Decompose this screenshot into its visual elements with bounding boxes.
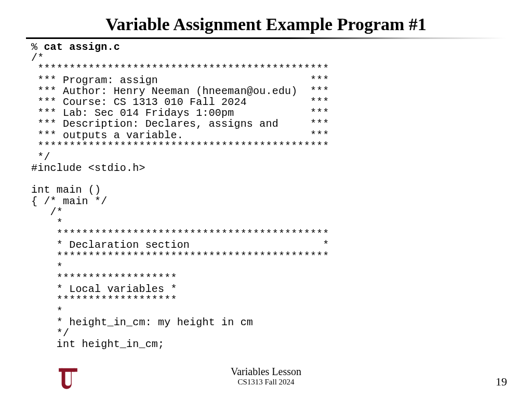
code-line: *: [31, 305, 63, 317]
code-line: /*: [31, 52, 44, 64]
prompt-char: %: [31, 41, 44, 53]
code-line: ****************************************…: [31, 140, 329, 152]
code-line: *** Program: assign ***: [31, 74, 329, 86]
course-label: CS1313 Fall 2024: [0, 378, 532, 387]
divider-gradient: [26, 37, 506, 39]
command-text: cat assign.c: [44, 41, 119, 53]
code-line: *** Description: Declares, assigns and *…: [31, 118, 329, 130]
footer-center: Variables Lesson CS1313 Fall 2024: [0, 366, 532, 387]
code-line: *** Author: Henry Neeman (hneeman@ou.edu…: [31, 85, 329, 97]
code-line: *: [31, 261, 63, 273]
slide: Variable Assignment Example Program #1 %…: [0, 0, 532, 399]
footer: Variables Lesson CS1313 Fall 2024 19: [0, 366, 532, 392]
code-line: ****************************************…: [31, 63, 329, 75]
code-line: *******************: [31, 272, 177, 284]
slide-title: Variable Assignment Example Program #1: [0, 0, 532, 37]
code-line: * Declaration section *: [31, 239, 329, 251]
code-line: */: [31, 151, 50, 163]
code-line: ****************************************…: [31, 250, 329, 262]
lesson-label: Variables Lesson: [0, 366, 532, 378]
code-line: *******************: [31, 294, 177, 306]
page-number: 19: [496, 375, 507, 389]
code-line: * height_in_cm: my height in cm: [31, 316, 253, 328]
code-line: * Local variables *: [31, 283, 177, 295]
code-line: *** Lab: Sec 014 Fridays 1:00pm ***: [31, 107, 329, 119]
code-line: int height_in_cm;: [31, 338, 164, 350]
code-line: { /* main */: [31, 195, 107, 207]
code-line: int main (): [31, 184, 101, 196]
title-divider: [26, 37, 506, 39]
code-line: *: [31, 217, 63, 229]
code-line: /*: [31, 206, 63, 218]
code-line: *** Course: CS 1313 010 Fall 2024 ***: [31, 96, 329, 108]
code-line: */: [31, 327, 69, 339]
code-line: *** outputs a variable. ***: [31, 129, 329, 141]
code-block: % cat assign.c /* **********************…: [31, 42, 532, 350]
code-line: ****************************************…: [31, 228, 329, 240]
code-line: #include <stdio.h>: [31, 162, 145, 174]
